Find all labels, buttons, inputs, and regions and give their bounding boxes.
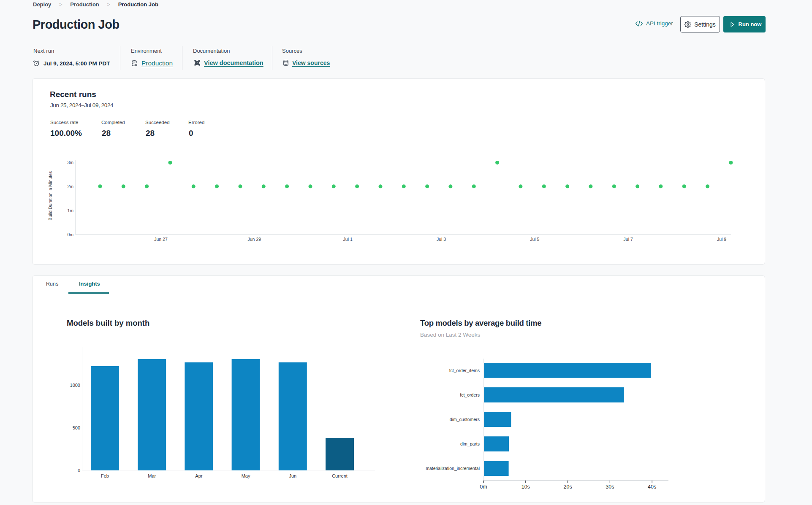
svg-text:40s: 40s (648, 484, 656, 490)
svg-text:Jul 7: Jul 7 (624, 237, 633, 242)
svg-text:dim_customers: dim_customers (450, 417, 480, 422)
svg-text:May: May (242, 473, 250, 478)
svg-text:3m: 3m (67, 160, 73, 165)
svg-text:20s: 20s (564, 484, 572, 490)
svg-text:Apr: Apr (195, 473, 202, 478)
svg-text:Jul 9: Jul 9 (717, 237, 726, 242)
svg-text:Jun 27: Jun 27 (154, 237, 168, 242)
svg-text:Jun: Jun (289, 473, 296, 478)
svg-text:0m: 0m (67, 232, 73, 237)
svg-text:Jul 5: Jul 5 (530, 237, 539, 242)
svg-text:Current: Current (332, 473, 348, 478)
svg-text:fct_orders: fct_orders (460, 392, 480, 397)
svg-text:materialization_incremental: materialization_incremental (426, 466, 480, 471)
svg-text:dim_parts: dim_parts (460, 441, 480, 446)
svg-text:30s: 30s (606, 484, 614, 490)
svg-text:1000: 1000 (70, 383, 80, 388)
svg-text:Feb: Feb (101, 473, 109, 478)
svg-text:Build Duration in Minutes: Build Duration in Minutes (48, 171, 53, 221)
svg-text:fct_order_items: fct_order_items (449, 368, 480, 373)
svg-text:1m: 1m (67, 208, 73, 213)
svg-text:Jul 1: Jul 1 (343, 237, 353, 242)
svg-text:0m: 0m (480, 484, 487, 490)
svg-text:10s: 10s (521, 484, 530, 490)
svg-text:Mar: Mar (148, 473, 156, 478)
svg-text:Jun 29: Jun 29 (248, 237, 261, 242)
svg-text:0: 0 (78, 468, 80, 473)
svg-text:500: 500 (73, 425, 80, 430)
svg-text:Jul 3: Jul 3 (437, 237, 446, 242)
svg-text:2m: 2m (67, 184, 73, 189)
